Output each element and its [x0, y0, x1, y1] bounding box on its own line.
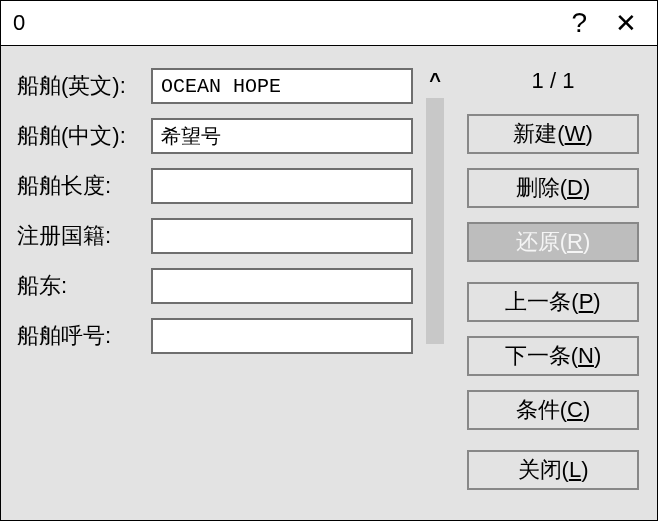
- row-ship-en: 船舶(英文):: [17, 68, 413, 104]
- window-title: 0: [13, 10, 25, 36]
- scroll-up-icon[interactable]: ^: [429, 68, 441, 92]
- condition-button-suffix: ): [583, 397, 590, 423]
- label-ship-en: 船舶(英文):: [17, 71, 145, 101]
- titlebar-controls: ?: [571, 9, 651, 37]
- prev-button-accel: P: [579, 289, 594, 315]
- input-ship-en[interactable]: [151, 68, 413, 104]
- close-icon[interactable]: [615, 12, 637, 34]
- label-registry: 注册国籍:: [17, 221, 145, 251]
- new-button-accel: W: [565, 121, 586, 147]
- dialog-body: 船舶(英文): 船舶(中文): 船舶长度: 注册国籍: 船东: 船舶呼号:: [1, 46, 657, 520]
- restore-button: 还原(R): [467, 222, 639, 262]
- restore-button-suffix: ): [583, 229, 590, 255]
- scroll-track[interactable]: [426, 98, 444, 344]
- input-ship-length[interactable]: [151, 168, 413, 204]
- input-owner[interactable]: [151, 268, 413, 304]
- prev-button-suffix: ): [593, 289, 600, 315]
- delete-button-text: 删除(: [516, 173, 567, 203]
- row-ship-length: 船舶长度:: [17, 168, 413, 204]
- delete-button[interactable]: 删除(D): [467, 168, 639, 208]
- label-ship-cn: 船舶(中文):: [17, 121, 145, 151]
- prev-button[interactable]: 上一条(P): [467, 282, 639, 322]
- restore-button-text: 还原(: [516, 227, 567, 257]
- close-button[interactable]: 关闭(L): [467, 450, 639, 490]
- new-button[interactable]: 新建(W): [467, 114, 639, 154]
- new-button-suffix: ): [585, 121, 592, 147]
- next-button-text: 下一条(: [505, 341, 578, 371]
- close-button-suffix: ): [581, 457, 588, 483]
- delete-button-accel: D: [567, 175, 583, 201]
- label-ship-length: 船舶长度:: [17, 171, 145, 201]
- button-panel: 1 / 1 新建(W) 删除(D) 还原(R) 上一条(P) 下一条(N) 条件…: [457, 66, 643, 504]
- dialog-window: 0 ? 船舶(英文): 船舶(中文): 船舶长度: 注册国籍:: [0, 0, 658, 521]
- form-area: 船舶(英文): 船舶(中文): 船舶长度: 注册国籍: 船东: 船舶呼号:: [17, 66, 413, 504]
- condition-button-accel: C: [567, 397, 583, 423]
- prev-button-text: 上一条(: [505, 287, 578, 317]
- close-button-accel: L: [569, 457, 581, 483]
- row-owner: 船东:: [17, 268, 413, 304]
- scrollbar[interactable]: ^: [421, 66, 449, 504]
- record-counter: 1 / 1: [532, 68, 575, 94]
- next-button[interactable]: 下一条(N): [467, 336, 639, 376]
- label-callsign: 船舶呼号:: [17, 321, 145, 351]
- row-callsign: 船舶呼号:: [17, 318, 413, 354]
- close-button-text: 关闭(: [518, 455, 569, 485]
- restore-button-accel: R: [567, 229, 583, 255]
- next-button-suffix: ): [594, 343, 601, 369]
- row-registry: 注册国籍:: [17, 218, 413, 254]
- delete-button-suffix: ): [583, 175, 590, 201]
- titlebar: 0 ?: [1, 1, 657, 46]
- input-registry[interactable]: [151, 218, 413, 254]
- next-button-accel: N: [578, 343, 594, 369]
- condition-button-text: 条件(: [516, 395, 567, 425]
- row-ship-cn: 船舶(中文):: [17, 118, 413, 154]
- help-icon[interactable]: ?: [571, 9, 587, 37]
- new-button-text: 新建(: [513, 119, 564, 149]
- label-owner: 船东:: [17, 271, 145, 301]
- input-callsign[interactable]: [151, 318, 413, 354]
- input-ship-cn[interactable]: [151, 118, 413, 154]
- condition-button[interactable]: 条件(C): [467, 390, 639, 430]
